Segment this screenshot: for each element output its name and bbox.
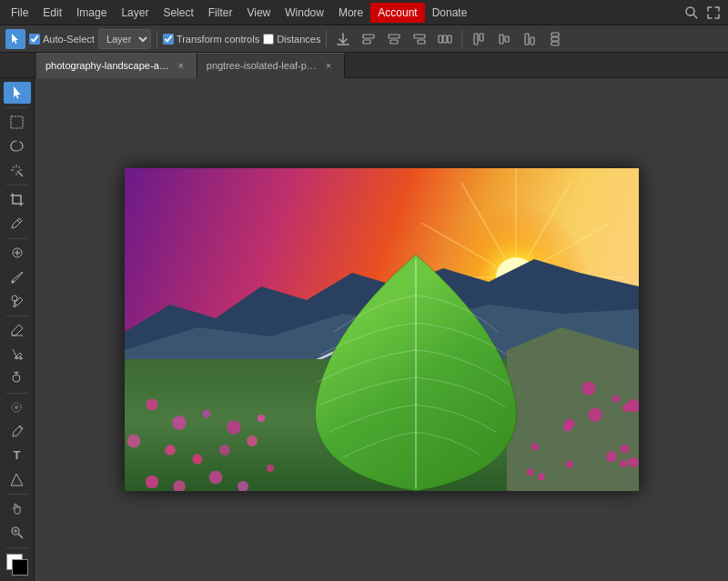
tool-zoom[interactable] — [4, 522, 31, 544]
svg-rect-16 — [531, 37, 534, 45]
menu-layer[interactable]: Layer — [114, 3, 156, 23]
left-toolbar: T — [0, 78, 35, 581]
background-color[interactable] — [12, 559, 28, 576]
svg-rect-13 — [500, 35, 503, 44]
tool-magic-wand[interactable] — [4, 159, 31, 181]
menu-more[interactable]: More — [331, 3, 370, 23]
svg-rect-7 — [418, 40, 425, 44]
tool-lasso[interactable] — [4, 135, 31, 157]
tool-hand[interactable] — [4, 498, 31, 520]
svg-line-21 — [17, 171, 23, 176]
svg-rect-10 — [448, 35, 451, 43]
toolbar-separator-2 — [326, 30, 327, 48]
tool-shape[interactable] — [4, 468, 31, 490]
menu-view[interactable]: View — [239, 3, 278, 23]
svg-rect-14 — [505, 36, 509, 42]
tool-sep-2 — [6, 185, 28, 185]
svg-rect-15 — [525, 34, 529, 45]
svg-rect-18 — [551, 37, 559, 41]
tool-sep-5 — [6, 393, 28, 394]
tool-sep-1 — [6, 107, 28, 108]
tool-dodge[interactable] — [4, 367, 31, 389]
distribute-v-btn[interactable] — [544, 29, 566, 49]
svg-line-28 — [17, 220, 20, 223]
svg-line-26 — [13, 166, 15, 168]
menu-image[interactable]: Image — [69, 3, 114, 23]
transform-controls-label: Transform controls — [177, 34, 259, 45]
toolbar-separator-1 — [157, 30, 157, 48]
svg-rect-6 — [414, 35, 425, 38]
svg-rect-19 — [551, 42, 559, 45]
tool-eraser[interactable] — [4, 320, 31, 342]
tab-1-close[interactable]: × — [322, 59, 335, 72]
menu-donate[interactable]: Donate — [425, 3, 475, 23]
tab-1[interactable]: pngtree-isolated-leaf-p… × — [197, 53, 345, 78]
menu-window[interactable]: Window — [278, 3, 331, 23]
tool-sep-6 — [6, 494, 28, 495]
tool-marquee[interactable] — [4, 112, 31, 134]
transform-controls-checkbox[interactable] — [163, 34, 174, 45]
tool-crop[interactable] — [4, 189, 31, 211]
tab-1-label: pngtree-isolated-leaf-p… — [207, 60, 317, 71]
main-canvas[interactable] — [125, 168, 639, 491]
color-swatches[interactable] — [5, 554, 30, 576]
svg-point-32 — [12, 281, 15, 284]
canvas-area — [35, 78, 728, 581]
tabs-bar: photography-landscape-a… × pngtree-isola… — [0, 53, 728, 78]
svg-rect-5 — [390, 40, 398, 44]
tool-stamp[interactable] — [4, 290, 31, 312]
tool-sep-4 — [6, 316, 28, 316]
distances-label: Distances — [277, 34, 320, 45]
tool-blur[interactable] — [4, 397, 31, 419]
tool-healing[interactable] — [4, 243, 31, 265]
toolbar-separator-3 — [461, 30, 462, 48]
tool-fill[interactable] — [4, 344, 31, 366]
menu-file[interactable]: File — [4, 3, 35, 23]
menu-filter[interactable]: Filter — [201, 3, 240, 23]
search-icon[interactable] — [681, 2, 703, 24]
svg-rect-11 — [474, 34, 478, 45]
move-cursor-icon — [5, 29, 25, 49]
menu-account[interactable]: Account — [370, 3, 424, 23]
svg-rect-2 — [363, 35, 374, 38]
svg-rect-17 — [551, 33, 559, 36]
tool-eyedropper[interactable] — [4, 213, 31, 235]
tool-text[interactable]: T — [4, 445, 31, 466]
menu-edit[interactable]: Edit — [35, 3, 69, 23]
svg-rect-9 — [443, 35, 447, 43]
align-bottom-btn[interactable] — [519, 29, 541, 49]
tool-pen[interactable] — [4, 421, 31, 443]
tool-sep-7 — [6, 547, 28, 548]
align-download-btn[interactable] — [332, 29, 354, 49]
menu-bar: File Edit Image Layer Select Filter View… — [0, 0, 728, 25]
tool-brush[interactable] — [4, 266, 31, 288]
svg-point-33 — [12, 296, 17, 301]
auto-select-checkbox[interactable] — [29, 34, 40, 45]
svg-rect-20 — [11, 116, 23, 128]
align-left-btn[interactable] — [358, 29, 379, 49]
auto-select-toggle[interactable]: Auto-Select — [29, 34, 95, 45]
align-center-btn[interactable] — [383, 29, 405, 49]
distances-checkbox[interactable] — [263, 34, 274, 45]
auto-select-label: Auto-Select — [43, 34, 95, 45]
tool-sep-3 — [6, 238, 28, 239]
main-area: T — [0, 78, 728, 581]
align-right-btn[interactable] — [409, 29, 430, 49]
align-vmid-btn[interactable] — [493, 29, 515, 49]
canvas-wrapper — [125, 168, 639, 491]
svg-line-1 — [693, 15, 697, 18]
distances-toggle[interactable]: Distances — [263, 34, 320, 45]
tab-0-close[interactable]: × — [175, 59, 187, 72]
distribute-h-btn[interactable] — [434, 29, 456, 49]
svg-line-27 — [18, 166, 20, 168]
tool-move[interactable] — [4, 82, 31, 104]
svg-rect-3 — [363, 40, 370, 44]
svg-point-38 — [15, 406, 18, 409]
layer-dropdown[interactable]: Layer — [98, 29, 151, 49]
transform-controls-toggle[interactable]: Transform controls — [163, 34, 259, 45]
tab-0-label: photography-landscape-a… — [46, 60, 169, 71]
menu-select[interactable]: Select — [156, 3, 200, 23]
align-top-btn[interactable] — [468, 29, 490, 49]
tab-0[interactable]: photography-landscape-a… × — [36, 53, 197, 78]
fullscreen-icon[interactable] — [703, 2, 724, 24]
